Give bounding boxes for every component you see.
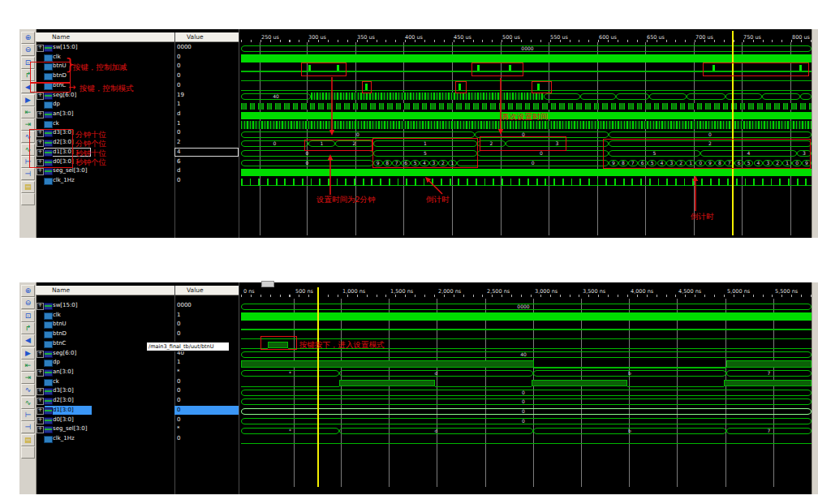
signal-row-sw150[interactable]: sw[15:0] <box>53 302 78 308</box>
wave-row-d330[interactable]: 0 <box>241 387 812 397</box>
signal-row-seg_sel30[interactable]: seg_sel[3:0] <box>53 425 88 432</box>
signal-value-an30: * <box>177 368 180 375</box>
wave-row-btnU[interactable] <box>241 321 812 330</box>
wave-row-btnD[interactable] <box>241 330 812 340</box>
signal-row-btnD[interactable]: btnD <box>53 330 67 337</box>
signal-row-dp[interactable]: dp <box>53 359 60 365</box>
value-wave-divider[interactable] <box>239 282 239 494</box>
export-wave-icon[interactable]: ⇥ <box>21 372 35 384</box>
bus-value-label: * <box>282 370 299 377</box>
wave-row-dp[interactable] <box>241 359 812 368</box>
bus-value-label: b <box>622 428 638 434</box>
wave-row-clk[interactable] <box>241 312 812 321</box>
time-ruler-ticks <box>241 295 812 297</box>
bit-signal-icon <box>44 321 53 329</box>
signal-high-band <box>241 312 812 321</box>
signal-row-clk_1Hz[interactable]: clk_1Hz <box>53 435 75 442</box>
signal-row-btnU[interactable]: btnU <box>53 321 67 327</box>
signal-row-seg60[interactable]: seg[6:0] <box>53 350 76 356</box>
expander-icon[interactable]: + <box>37 388 44 395</box>
bus-value-label: d <box>428 428 445 434</box>
signal-value-clk_1Hz: 0 <box>177 435 180 442</box>
signal-row-d330[interactable]: d3[3:0] <box>53 387 74 394</box>
wave-row-an30[interactable]: *db7 <box>241 368 812 378</box>
signal-high-segment <box>241 360 534 367</box>
bit-signal-icon <box>44 312 53 320</box>
signal-row-ck[interactable]: ck <box>53 378 59 385</box>
import-wave-icon[interactable]: ⇤ <box>21 360 35 372</box>
waveform-window-bottom: ⊕⊖⊡↱◀▶⇤⇥∿∿⊢⊣▤NameValue0 ns500 ns1,000 ns… <box>19 282 818 494</box>
time-ruler-label: 0 ns <box>243 288 255 295</box>
bus-signal-icon <box>44 303 53 310</box>
bus-value-label: 7 <box>761 370 777 377</box>
bus-value-label: 7 <box>761 428 777 434</box>
bus-value-label: * <box>282 428 299 434</box>
signal-row-d130[interactable]: d1[3:0] <box>53 407 74 413</box>
name-column-header: Name <box>52 286 70 294</box>
expander-icon[interactable]: + <box>37 426 44 433</box>
wave-row-d130[interactable]: 0 <box>241 407 812 416</box>
bus-value-label: 0 <box>515 408 532 415</box>
time-ruler-label: 3,000 ns <box>535 288 558 295</box>
wave-row-sw150[interactable]: 0000 <box>241 302 812 312</box>
bus-value-label: 40 <box>515 351 532 358</box>
zoom-out-icon[interactable]: ⊖ <box>21 297 35 309</box>
wave-row-seg60[interactable]: 40 <box>241 350 812 360</box>
signal-value-btnU: 0 <box>177 321 180 327</box>
bit-signal-icon <box>44 379 53 386</box>
annotation-arrows <box>19 29 818 238</box>
signal-row-clk[interactable]: clk <box>53 312 61 318</box>
wave-marker-icon[interactable]: ∿ <box>21 397 35 409</box>
wave-row-d230[interactable]: 0 <box>241 397 812 407</box>
selected-value-highlight <box>174 406 239 415</box>
expander-icon[interactable]: + <box>37 303 44 310</box>
bus-signal-icon <box>44 351 53 358</box>
signal-value-clk: 1 <box>177 312 180 318</box>
zoom-full-icon[interactable]: ⊡ <box>21 310 35 322</box>
next-transition-icon[interactable]: ▶ <box>21 347 35 360</box>
wave-row-d030[interactable]: 0 <box>241 416 812 426</box>
annotation-box <box>260 336 297 350</box>
signal-row-an30[interactable]: an[3:0] <box>53 368 73 375</box>
bit-signal-icon <box>44 436 53 443</box>
expander-icon[interactable]: + <box>37 398 44 405</box>
expander-icon[interactable]: + <box>37 369 44 377</box>
vertical-scrollbar[interactable] <box>812 282 818 494</box>
page: ⊕⊖⊡↱◀▶⇤⇥∿∿⊢⊣▤NameValue250 us300 us350 us… <box>0 0 818 504</box>
bus-value-label: 0 <box>515 418 532 424</box>
add-wave-icon[interactable]: ∿ <box>21 384 35 396</box>
time-ruler-label: 1,500 ns <box>390 288 413 295</box>
prev-transition-icon[interactable]: ◀ <box>21 334 35 347</box>
time-ruler-label: 5,500 ns <box>775 288 798 295</box>
zoom-in-icon[interactable]: ⊕ <box>21 285 35 297</box>
bus-signal-icon <box>44 388 53 395</box>
signal-low-line <box>241 443 812 445</box>
signal-value-seg_sel30: * <box>177 425 180 432</box>
signal-row-d230[interactable]: d2[3:0] <box>53 397 74 403</box>
name-value-divider[interactable] <box>174 286 175 494</box>
time-ruler-label: 500 ns <box>295 288 313 295</box>
signal-high-segment <box>339 380 435 386</box>
signal-row-btnC[interactable]: btnC <box>53 340 67 347</box>
time-ruler-label: 4,500 ns <box>678 288 701 295</box>
time-cursor[interactable] <box>317 287 319 487</box>
bus-signal-icon <box>44 426 53 433</box>
goto-time-icon[interactable]: ↱ <box>21 322 35 334</box>
signal-value-d230: 0 <box>177 397 180 403</box>
bus-value-label: 0 <box>515 390 532 396</box>
wave-row-clk_1Hz[interactable] <box>241 435 812 445</box>
bus-signal-icon <box>44 407 53 415</box>
expander-icon[interactable]: + <box>37 351 44 358</box>
blank-icon[interactable] <box>21 446 35 459</box>
annotation-text: 按键按下，进入设置模式 <box>299 340 385 349</box>
notes-icon[interactable]: ▤ <box>21 434 35 446</box>
cursor-right-icon[interactable]: ⊣ <box>21 421 35 433</box>
expander-icon[interactable]: + <box>37 407 44 415</box>
signal-high-segment <box>532 380 627 386</box>
wave-row-seg_sel30[interactable]: *db7 <box>241 425 812 435</box>
time-ruler-label: 2,500 ns <box>487 288 510 295</box>
signal-row-d030[interactable]: d0[3:0] <box>53 416 74 423</box>
cursor-left-icon[interactable]: ⊢ <box>21 409 35 421</box>
wave-row-ck[interactable] <box>241 378 812 388</box>
expander-icon[interactable]: + <box>37 417 44 424</box>
